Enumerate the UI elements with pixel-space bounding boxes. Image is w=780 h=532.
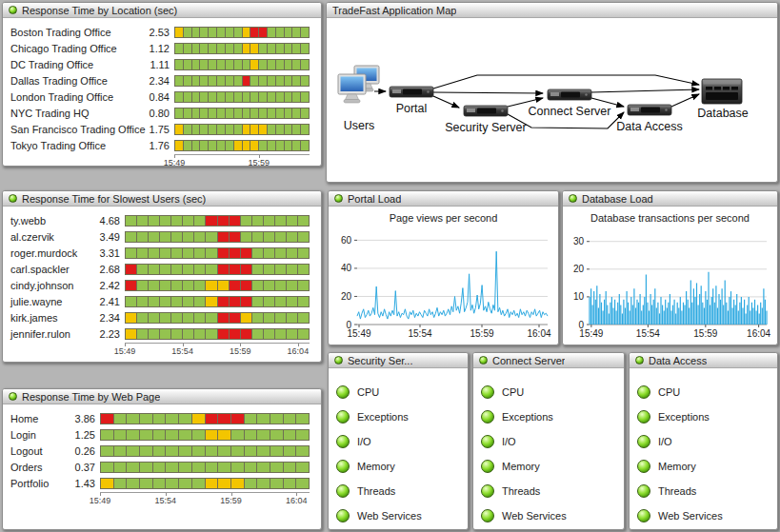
metric-item-memory[interactable]: Memory xyxy=(336,454,460,479)
axis-label: 15:49 xyxy=(90,496,111,505)
time-axis: 15:4915:5415:5916:04 xyxy=(125,343,310,358)
metric-item-label: I/O xyxy=(357,436,371,447)
metric-row: kirk.james2.34 xyxy=(10,309,310,325)
metric-item-i-o[interactable]: I/O xyxy=(637,429,770,454)
status-led-icon xyxy=(336,484,350,498)
status-led-icon xyxy=(479,356,488,365)
panel-application-map: TradeFast Application Map xyxy=(326,2,778,183)
metric-label: Chicago Trading Office xyxy=(10,43,138,54)
metric-item-web-services[interactable]: Web Services xyxy=(336,503,460,528)
map-node-users[interactable]: Users xyxy=(338,66,379,132)
metric-item-cpu[interactable]: CPU xyxy=(336,380,460,404)
map-node-portal[interactable]: Portal xyxy=(390,87,433,115)
heat-cell xyxy=(139,429,153,441)
metric-item-threads[interactable]: Threads xyxy=(637,479,770,503)
heat-cell xyxy=(139,413,153,424)
metric-item-i-o[interactable]: I/O xyxy=(481,429,616,454)
heat-cell xyxy=(300,75,310,87)
metric-row: San Francisco Trading Office1.75 xyxy=(10,121,310,137)
metric-item-threads[interactable]: Threads xyxy=(336,479,460,503)
svg-text:16:04: 16:04 xyxy=(747,328,770,339)
panel-title: Data Access xyxy=(649,355,707,366)
svg-text:15:49: 15:49 xyxy=(579,328,603,339)
users-icon xyxy=(338,66,379,103)
metric-item-label: Threads xyxy=(502,485,540,497)
metric-item-memory[interactable]: Memory xyxy=(481,454,616,479)
metric-item-web-services[interactable]: Web Services xyxy=(637,503,770,528)
status-led-icon xyxy=(481,385,494,399)
status-led-icon xyxy=(336,435,350,448)
heat-cell xyxy=(295,413,310,424)
heat-cell xyxy=(152,413,167,424)
panel-header[interactable]: Security Ser... xyxy=(329,353,468,368)
metric-item-web-services[interactable]: Web Services xyxy=(481,503,616,528)
metric-item-label: Threads xyxy=(357,485,395,497)
heat-strip xyxy=(125,231,310,243)
status-led-icon xyxy=(637,435,650,448)
metric-item-threads[interactable]: Threads xyxy=(481,479,616,503)
metric-label: ty.webb xyxy=(10,215,87,227)
chart-title: Database transactions per second xyxy=(563,212,777,224)
heat-cell xyxy=(256,445,270,457)
metric-value: 4.68 xyxy=(91,215,120,227)
metric-item-cpu[interactable]: CPU xyxy=(481,380,616,404)
metric-item-cpu[interactable]: CPU xyxy=(637,380,770,404)
metric-item-memory[interactable]: Memory xyxy=(637,454,770,479)
map-node-label: Users xyxy=(344,119,375,132)
heat-cell xyxy=(100,445,114,457)
metric-row: al.czervik3.49 xyxy=(10,228,310,245)
heat-strip xyxy=(174,75,310,87)
heat-cell xyxy=(217,429,231,441)
svg-text:20: 20 xyxy=(341,291,352,302)
metric-item-exceptions[interactable]: Exceptions xyxy=(481,404,616,429)
map-node-label: Portal xyxy=(396,102,428,115)
heat-cell xyxy=(191,413,206,424)
metric-label: London Trading Office xyxy=(10,91,138,103)
panel-header[interactable]: Response Time by Web Page xyxy=(3,389,321,404)
metric-row: DC Trading Office1.11 xyxy=(10,56,310,72)
metric-label: Tokyo Trading Office xyxy=(10,140,138,151)
map-node-data-access[interactable]: Data Access xyxy=(616,105,682,133)
panel-title: Database Load xyxy=(582,193,653,205)
metric-item-exceptions[interactable]: Exceptions xyxy=(336,404,460,429)
heat-strip xyxy=(174,124,310,135)
status-led-icon xyxy=(9,392,17,401)
heat-strip xyxy=(125,312,310,324)
metric-item-label: I/O xyxy=(658,436,672,447)
panel-header[interactable]: Connect Server xyxy=(473,353,624,368)
heat-cell xyxy=(205,478,219,489)
heat-strip xyxy=(125,215,310,227)
metric-label: San Francisco Trading Office xyxy=(10,124,138,135)
metric-row: Dallas Trading Office2.34 xyxy=(10,72,310,89)
heat-cell xyxy=(113,445,128,457)
panel-header[interactable]: TradeFast Application Map xyxy=(327,3,777,18)
database-icon xyxy=(702,79,742,104)
panel-header[interactable]: Response Time for Slowest Users (sec) xyxy=(3,191,321,207)
axis-label: 15:49 xyxy=(114,346,136,356)
heat-cell xyxy=(295,462,310,473)
panel-header[interactable]: Database Load xyxy=(563,191,777,207)
heat-strip xyxy=(100,445,310,457)
metric-item-label: Web Services xyxy=(658,510,723,522)
metric-value: 2.41 xyxy=(91,296,120,307)
svg-text:60: 60 xyxy=(341,235,352,246)
panel-title: Connect Server xyxy=(492,355,565,366)
metric-label: Home xyxy=(10,413,60,424)
metric-value: 1.12 xyxy=(143,43,170,54)
metric-item-i-o[interactable]: I/O xyxy=(336,429,460,454)
metric-item-label: Web Services xyxy=(502,510,567,522)
application-map-diagram: Users Portal Sec xyxy=(327,18,777,182)
panel-header[interactable]: Data Access xyxy=(630,353,777,368)
metric-item-exceptions[interactable]: Exceptions xyxy=(637,404,770,429)
metric-label: carl.spackler xyxy=(10,264,87,275)
map-node-database[interactable]: Database xyxy=(697,79,749,120)
panel-response-time-slowest-users: Response Time for Slowest Users (sec) ty… xyxy=(2,190,322,363)
heat-cell xyxy=(295,478,310,489)
panel-header[interactable]: Response Time by Location (sec) xyxy=(3,3,321,18)
map-node-security-server[interactable]: Security Server xyxy=(445,106,526,134)
metric-value: 1.75 xyxy=(143,124,170,135)
metric-value: 1.43 xyxy=(65,478,95,489)
panel-header[interactable]: Portal Load xyxy=(329,191,558,207)
axis-label: 15:49 xyxy=(164,158,186,167)
panel-response-time-by-location: Response Time by Location (sec) Boston T… xyxy=(2,2,322,167)
